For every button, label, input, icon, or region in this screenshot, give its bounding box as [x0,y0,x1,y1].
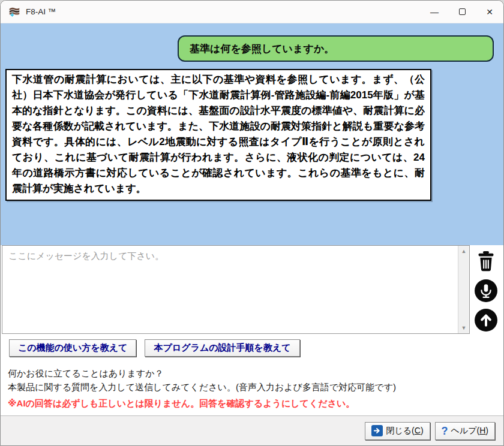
window-controls: — ✕ [421,1,503,23]
maximize-button[interactable] [448,1,476,23]
minimize-button[interactable]: — [421,1,448,23]
send-message-button[interactable] [475,309,497,332]
user-question-bubble: 基準は何を参照していますか。 [178,35,494,62]
close-button-label: 閉じる(C) [386,426,423,436]
help-button[interactable]: ? ヘルプ(H) [435,422,495,440]
quick-actions-row: この機能の使い方を教えて 本プログラムの設計手順を教えて [9,339,300,357]
hint-text-block: 何かお役に立てることはありますか？ 本製品に関する質問を入力して送信してみてくだ… [8,366,496,394]
hint-line-1: 何かお役に立てることはありますか？ [8,366,496,380]
footer-bar: 閉じる(C) ? ヘルプ(H) [1,415,503,445]
message-input[interactable] [2,246,458,333]
ai-answer-text: 下水道管の耐震計算においては、主に以下の基準や資料を参照しています。まず、（公社… [12,74,425,194]
user-question-text: 基準は何を参照していますか。 [190,42,334,56]
window-title: F8-AI ™ [26,7,56,16]
app-logo-icon [8,5,21,19]
close-arrow-icon [371,425,383,436]
title-bar[interactable]: F8-AI ™ — ✕ [1,1,503,23]
ai-disclaimer-text: ※AIの回答は必ずしも正しいとは限りません。回答を確認するようにしてください。 [8,398,496,409]
microphone-icon [475,279,497,302]
help-button-label: ヘルプ(H) [451,426,488,436]
quick-action-usage-button[interactable]: この機能の使い方を教えて [9,339,136,357]
scroll-down-icon[interactable]: ▼ [461,324,467,332]
close-window-button[interactable]: ✕ [476,1,503,23]
quick-action-procedure-button[interactable]: 本プログラムの設計手順を教えて [145,339,299,357]
composer-section: ▲ ▼ [1,245,503,336]
app-window: F8-AI ™ — ✕ 基準は何を参照していますか。 下水道管の耐震計算において… [0,0,504,446]
maximize-icon [459,8,466,15]
question-mark-icon: ? [442,426,448,436]
scroll-up-icon[interactable]: ▲ [461,248,467,255]
voice-input-button[interactable] [475,279,497,302]
trash-icon [475,250,497,273]
input-scrollbar[interactable]: ▲ ▼ [458,246,469,333]
hint-line-2: 本製品に関する質問を入力して送信してみてください。(音声入力および多言語で対応可… [8,380,496,394]
close-dialog-button[interactable]: 閉じる(C) [365,422,430,440]
clear-messages-button[interactable] [475,250,497,273]
arrow-up-icon [475,309,497,332]
composer-actions [469,250,503,332]
ai-answer-box: 下水道管の耐震計算においては、主に以下の基準や資料を参照しています。まず、（公社… [5,69,431,201]
chat-history-panel: 基準は何を参照していますか。 下水道管の耐震計算においては、主に以下の基準や資料… [1,23,503,245]
message-input-box: ▲ ▼ [2,245,470,334]
